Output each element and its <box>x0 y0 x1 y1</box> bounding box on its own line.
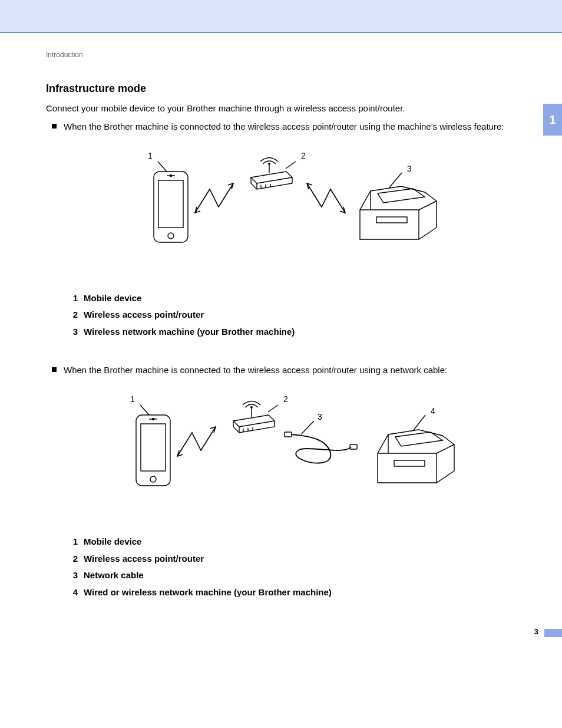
svg-line-29 <box>413 415 425 431</box>
router-icon <box>233 401 278 433</box>
diagram-wired: 1 2 3 4 <box>113 394 478 512</box>
svg-point-3 <box>168 233 174 239</box>
intro-paragraph: Connect your mobile device to your Broth… <box>46 102 544 114</box>
bullet-network-cable: When the Brother machine is connected to… <box>52 364 544 377</box>
svg-rect-30 <box>394 460 425 466</box>
svg-point-17 <box>150 476 156 482</box>
page-number: 3 <box>534 627 538 636</box>
page-number-bar <box>544 629 562 637</box>
breadcrumb: Introduction <box>46 51 544 59</box>
svg-line-14 <box>140 405 149 415</box>
section-heading: Infrastructure mode <box>46 83 544 95</box>
legend-row: 2Wireless access point/router <box>70 307 544 324</box>
legend-wireless: 1Mobile device 2Wireless access point/ro… <box>70 290 544 341</box>
legend-row: 3Wireless network machine (your Brother … <box>70 324 544 341</box>
svg-point-11 <box>269 163 270 164</box>
svg-rect-16 <box>141 424 166 471</box>
mobile-device-icon <box>136 405 170 486</box>
svg-rect-27 <box>285 432 292 437</box>
svg-line-20 <box>268 405 278 412</box>
svg-rect-2 <box>158 180 183 228</box>
wireless-link-icon <box>195 183 233 213</box>
network-cable-icon <box>285 421 357 463</box>
mobile-device-icon <box>154 162 188 242</box>
router-icon <box>251 157 296 189</box>
chapter-tab: 1 <box>543 104 562 136</box>
svg-point-25 <box>251 407 252 408</box>
printer-icon <box>360 173 437 239</box>
svg-rect-28 <box>350 444 357 449</box>
svg-line-26 <box>301 421 314 434</box>
legend-row: 4Wired or wireless network machine (your… <box>70 584 544 601</box>
svg-line-6 <box>286 162 296 169</box>
legend-row: 1Mobile device <box>70 290 544 307</box>
legend-row: 2Wireless access point/router <box>70 551 544 568</box>
legend-row: 3Network cable <box>70 567 544 584</box>
svg-line-12 <box>389 173 402 187</box>
header-band <box>0 0 562 33</box>
bullet-wireless-feature: When the Brother machine is connected to… <box>52 120 544 133</box>
wireless-link-icon <box>177 427 216 456</box>
svg-line-0 <box>158 162 167 172</box>
printer-icon <box>378 415 454 483</box>
svg-rect-1 <box>154 172 188 242</box>
wireless-link-icon <box>307 183 345 213</box>
page-content: Introduction 1 Infrastructure mode Conne… <box>0 33 562 601</box>
diagram-wireless: 1 2 3 <box>130 151 460 269</box>
svg-rect-13 <box>376 217 407 223</box>
legend-wired: 1Mobile device 2Wireless access point/ro… <box>70 533 544 601</box>
legend-row: 1Mobile device <box>70 533 544 551</box>
